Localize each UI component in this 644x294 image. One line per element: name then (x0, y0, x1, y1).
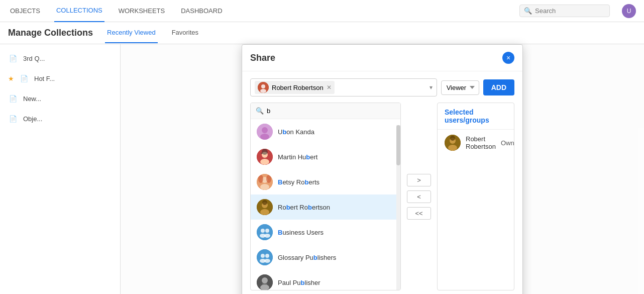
selected-avatar (445, 135, 461, 151)
nav-worksheets[interactable]: WORKSHEETS (117, 0, 167, 22)
list-item-name: Robert Robertson (278, 204, 330, 211)
sidebar-item-2[interactable]: ★ 📄 Hot F... (0, 68, 120, 88)
sidebar-item-3[interactable]: 📄 New... (0, 88, 120, 109)
scrollbar-track[interactable] (396, 125, 400, 290)
nav-dashboard[interactable]: DASHBOARD (179, 0, 224, 22)
nav-search-container: 🔍 (519, 5, 610, 17)
svg-point-26 (261, 254, 265, 258)
sub-header: Manage Collections Recently Viewed Favor… (0, 22, 644, 44)
svg-point-31 (262, 277, 268, 283)
nav-objects[interactable]: OBJECTS (8, 0, 42, 22)
sidebar-item-1[interactable]: 📄 3rd Q... (0, 48, 120, 68)
svg-point-1 (261, 84, 265, 88)
share-modal: Share × (242, 44, 523, 294)
search-input[interactable] (535, 7, 605, 15)
doc-icon-3: 📄 (8, 93, 18, 104)
page-title: Manage Collections (8, 28, 93, 38)
svg-point-2 (260, 89, 266, 93)
search-panel: 🔍 (250, 103, 401, 290)
modal-body: Robert Robertson ✕ ▾ Viewer Editor Owner… (242, 71, 522, 294)
role-select[interactable]: Viewer Editor Owner (441, 80, 479, 95)
tab-favorites[interactable]: Favorites (170, 23, 200, 43)
token-avatar (258, 82, 269, 93)
svg-point-19 (262, 200, 267, 205)
doc-icon-2: 📄 (19, 73, 29, 83)
move-left-button[interactable]: < (407, 190, 431, 203)
avatar (257, 124, 273, 140)
svg-point-14 (258, 175, 263, 183)
svg-rect-33 (262, 283, 267, 285)
group-avatar (257, 249, 273, 265)
top-nav: OBJECTS COLLECTIONS WORKSHEETS DASHBOARD… (0, 0, 644, 22)
svg-point-13 (260, 184, 269, 190)
modal-title: Share (250, 53, 275, 63)
selected-item-name: Robert Robertson (466, 135, 496, 150)
selected-item: Robert Robertson Owner ✏ (438, 130, 514, 156)
user-token: Robert Robertson ✕ (255, 81, 335, 94)
search-box: 🔍 (251, 103, 400, 119)
selected-panel-header: Selected users/groups (438, 103, 514, 130)
search-icon-sm: 🔍 (256, 107, 264, 115)
content-area: Share × (121, 44, 644, 294)
move-right-button[interactable]: > (407, 174, 431, 186)
add-button[interactable]: ADD (483, 79, 514, 95)
avatar (257, 199, 273, 215)
list-item[interactable]: Ubon Kanda (251, 119, 400, 144)
dropdown-arrow-icon: ▾ (430, 84, 433, 91)
sidebar-item-4[interactable]: 📄 Obje... (0, 109, 120, 129)
list-item-name: Martin Hubert (278, 153, 317, 161)
svg-point-22 (265, 229, 269, 233)
svg-point-18 (260, 209, 269, 215)
svg-point-25 (257, 249, 273, 265)
list-item[interactable]: Betsy Roberts (251, 169, 400, 194)
scrollbar-thumb[interactable] (396, 125, 400, 165)
avatar (257, 174, 273, 190)
list-item-name: Ubon Kanda (278, 128, 314, 136)
list-item[interactable]: Business Users (251, 220, 400, 245)
list-item[interactable]: Robert Robertson (251, 194, 400, 220)
svg-point-20 (257, 224, 273, 240)
avatar (257, 149, 273, 165)
svg-point-24 (264, 234, 270, 238)
list-item[interactable]: Martin Hubert (251, 144, 400, 169)
main-content: 📄 3rd Q... ★ 📄 Hot F... 📄 New... 📄 Obje.… (0, 44, 644, 294)
selected-item-role: Owner (501, 139, 514, 147)
user-token-input[interactable]: Robert Robertson ✕ ▾ (250, 78, 437, 96)
two-panel: 🔍 (250, 103, 514, 290)
user-search-input[interactable] (267, 107, 395, 115)
svg-point-4 (262, 127, 268, 133)
arrow-panel: > < << (401, 103, 437, 290)
doc-icon: 📄 (8, 53, 18, 63)
svg-point-46 (448, 145, 457, 151)
list-item-name: Glossary Publishers (278, 254, 336, 261)
user-list: Ubon Kanda (251, 119, 400, 290)
doc-icon-4: 📄 (8, 114, 18, 124)
svg-point-27 (265, 254, 269, 258)
svg-point-5 (260, 134, 269, 140)
list-item-name: Betsy Roberts (278, 178, 319, 186)
search-icon: 🔍 (524, 7, 532, 15)
list-item-name: Paul Publisher (278, 279, 320, 286)
token-name: Robert Robertson (272, 84, 324, 91)
modal-header: Share × (242, 45, 522, 71)
token-remove[interactable]: ✕ (327, 84, 332, 91)
sidebar-item-label-2: Hot F... (34, 75, 55, 82)
selected-panel: Selected users/groups Robert Robe (437, 103, 514, 290)
sidebar: 📄 3rd Q... ★ 📄 Hot F... 📄 New... 📄 Obje.… (0, 44, 121, 294)
sidebar-item-label-3: New... (23, 95, 41, 103)
tab-recently-viewed[interactable]: Recently Viewed (105, 23, 158, 43)
avatar (257, 274, 273, 290)
list-item[interactable]: Glossary Publishers (251, 245, 400, 270)
svg-point-15 (266, 175, 271, 183)
list-item-name: Business Users (278, 229, 324, 236)
nav-collections[interactable]: COLLECTIONS (54, 0, 104, 22)
move-all-left-button[interactable]: << (407, 207, 431, 220)
list-item[interactable]: Paul Publisher (251, 270, 400, 290)
group-avatar (257, 224, 273, 240)
svg-point-8 (260, 159, 269, 165)
svg-point-29 (264, 259, 270, 263)
close-button[interactable]: × (502, 52, 514, 64)
sidebar-item-label-4: Obje... (23, 115, 42, 123)
svg-point-47 (450, 136, 455, 141)
sidebar-item-label-1: 3rd Q... (23, 55, 45, 62)
